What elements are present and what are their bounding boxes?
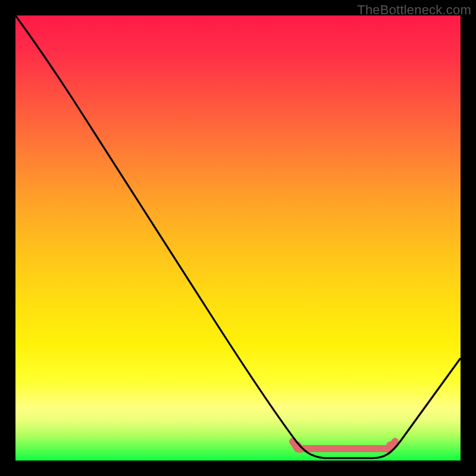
plot-area <box>15 15 461 461</box>
chart-svg <box>15 15 461 461</box>
watermark-text: TheBottleneck.com <box>357 2 471 18</box>
highlight-marker <box>293 441 395 453</box>
curve-line <box>15 15 461 458</box>
